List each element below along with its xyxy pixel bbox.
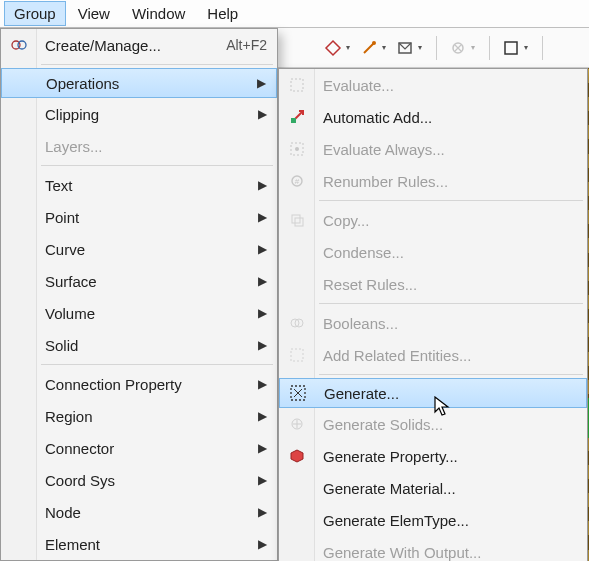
menu-region[interactable]: Region ▶	[1, 400, 277, 432]
svg-rect-6	[505, 42, 517, 54]
toolbar-icon-4[interactable]	[447, 37, 469, 59]
chevron-right-icon: ▶	[258, 107, 267, 121]
toolbar-icon-2[interactable]	[358, 37, 380, 59]
menu-surface[interactable]: Surface ▶	[1, 265, 277, 297]
menu-label: Copy...	[323, 212, 577, 229]
menu-label: Condense...	[323, 244, 577, 261]
add-related-icon	[287, 345, 307, 365]
menu-label: Generate Property...	[323, 448, 577, 465]
menu-label: Curve	[45, 241, 250, 258]
generate-solids-icon	[287, 414, 307, 434]
toolbar-icon-1[interactable]	[322, 37, 344, 59]
generate-icon	[288, 383, 308, 403]
menu-text[interactable]: Text ▶	[1, 169, 277, 201]
menu-separator	[41, 165, 273, 166]
submenu-generate-property[interactable]: Generate Property...	[279, 440, 587, 472]
menu-label: Evaluate...	[323, 77, 577, 94]
chevron-right-icon: ▶	[258, 274, 267, 288]
menu-separator	[319, 303, 583, 304]
menu-label: Automatic Add...	[323, 109, 577, 126]
svg-rect-16	[295, 218, 303, 226]
toolbar-icon-3[interactable]	[394, 37, 416, 59]
svg-point-12	[295, 147, 299, 151]
chevron-right-icon: ▶	[258, 377, 267, 391]
svg-point-8	[18, 41, 26, 49]
renumber-icon: #	[287, 171, 307, 191]
chevron-right-icon: ▶	[257, 76, 266, 90]
menu-connector[interactable]: Connector ▶	[1, 432, 277, 464]
menu-label: Clipping	[45, 106, 250, 123]
svg-marker-2	[326, 41, 340, 55]
menu-label: Coord Sys	[45, 472, 250, 489]
menu-help[interactable]: Help	[197, 1, 248, 26]
toolbar-separator	[542, 36, 543, 60]
menu-label: Point	[45, 209, 250, 226]
generate-property-icon	[287, 446, 307, 466]
dropdown-caret-icon[interactable]: ▾	[382, 43, 386, 52]
submenu-copy: Copy...	[279, 204, 587, 236]
menu-label: Booleans...	[323, 315, 577, 332]
menu-accelerator: Alt+F2	[226, 37, 267, 53]
menubar: Group View Window Help	[0, 0, 589, 28]
menu-label: Connection Property	[45, 376, 250, 393]
menu-layers: Layers...	[1, 130, 277, 162]
menu-label: Add Related Entities...	[323, 347, 577, 364]
submenu-reset-rules: Reset Rules...	[279, 268, 587, 300]
menu-label: Text	[45, 177, 250, 194]
menu-label: Layers...	[45, 138, 267, 155]
menu-label: Create/Manage...	[45, 37, 226, 54]
chevron-right-icon: ▶	[258, 409, 267, 423]
menu-label: Surface	[45, 273, 250, 290]
menu-label: Region	[45, 408, 250, 425]
chevron-right-icon: ▶	[258, 473, 267, 487]
submenu-booleans: Booleans...	[279, 307, 587, 339]
dropdown-caret-icon[interactable]: ▾	[418, 43, 422, 52]
submenu-generate-material[interactable]: Generate Material...	[279, 472, 587, 504]
chevron-right-icon: ▶	[258, 306, 267, 320]
menu-separator	[41, 64, 273, 65]
svg-rect-15	[292, 215, 300, 223]
chevron-right-icon: ▶	[258, 338, 267, 352]
submenu-evaluate: Evaluate...	[279, 69, 587, 101]
menu-separator	[319, 374, 583, 375]
menu-coord-sys[interactable]: Coord Sys ▶	[1, 464, 277, 496]
menu-solid[interactable]: Solid ▶	[1, 329, 277, 361]
menu-create-manage[interactable]: Create/Manage... Alt+F2	[1, 29, 277, 61]
menu-label: Volume	[45, 305, 250, 322]
toolbar-separator	[489, 36, 490, 60]
chevron-right-icon: ▶	[258, 505, 267, 519]
menu-operations[interactable]: Operations ▶	[1, 68, 277, 98]
menu-label: Evaluate Always...	[323, 141, 577, 158]
submenu-generate[interactable]: Generate...	[279, 378, 587, 408]
dropdown-caret-icon[interactable]: ▾	[346, 43, 350, 52]
menu-label: Reset Rules...	[323, 276, 577, 293]
menu-element[interactable]: Element ▶	[1, 528, 277, 560]
menu-connection-property[interactable]: Connection Property ▶	[1, 368, 277, 400]
menu-node[interactable]: Node ▶	[1, 496, 277, 528]
menu-window[interactable]: Window	[122, 1, 195, 26]
menu-separator	[41, 364, 273, 365]
chevron-right-icon: ▶	[258, 441, 267, 455]
dropdown-caret-icon[interactable]: ▾	[524, 43, 528, 52]
menu-view[interactable]: View	[68, 1, 120, 26]
menu-clipping[interactable]: Clipping ▶	[1, 98, 277, 130]
menu-label: Generate Solids...	[323, 416, 577, 433]
submenu-generate-solids: Generate Solids...	[279, 408, 587, 440]
menu-group[interactable]: Group	[4, 1, 66, 26]
submenu-automatic-add[interactable]: Automatic Add...	[279, 101, 587, 133]
evaluate-icon	[287, 75, 307, 95]
menu-curve[interactable]: Curve ▶	[1, 233, 277, 265]
submenu-generate-elemtype[interactable]: Generate ElemType...	[279, 504, 587, 536]
toolbar-icon-5[interactable]	[500, 37, 522, 59]
chevron-right-icon: ▶	[258, 537, 267, 551]
menu-volume[interactable]: Volume ▶	[1, 297, 277, 329]
dropdown-caret-icon[interactable]: ▾	[471, 43, 475, 52]
svg-text:#: #	[295, 177, 300, 186]
menu-point[interactable]: Point ▶	[1, 201, 277, 233]
submenu-add-related: Add Related Entities...	[279, 339, 587, 371]
chevron-right-icon: ▶	[258, 210, 267, 224]
submenu-renumber-rules: # Renumber Rules...	[279, 165, 587, 197]
menu-label: Operations	[46, 75, 249, 92]
chevron-right-icon: ▶	[258, 178, 267, 192]
menu-label: Connector	[45, 440, 250, 457]
